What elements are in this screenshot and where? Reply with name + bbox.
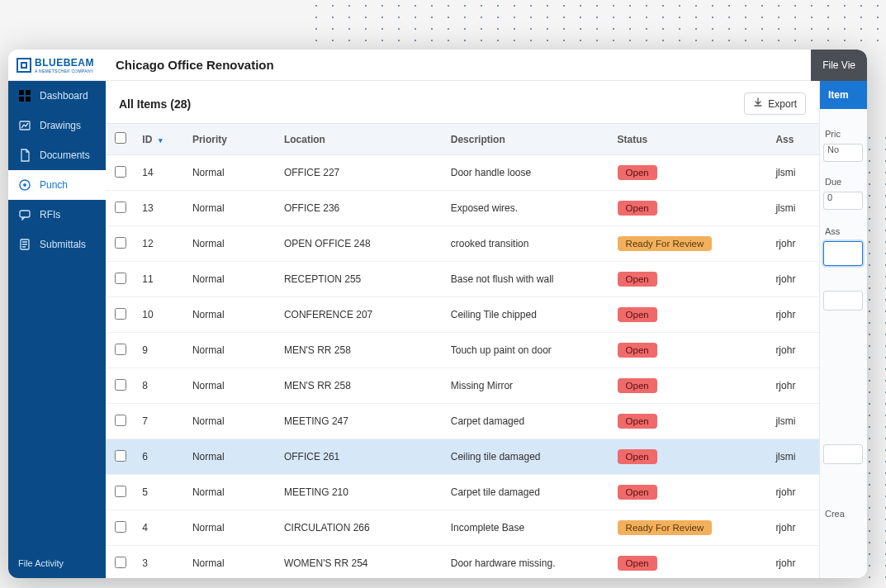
cell-description: Ceiling tile damaged [444, 439, 611, 475]
cell-status: Ready For Review [611, 510, 770, 546]
detail-priority-select[interactable]: No [823, 144, 863, 162]
detail-assignees-label: Ass [825, 226, 840, 236]
row-checkbox[interactable] [115, 344, 126, 355]
cell-status: Open [611, 155, 770, 191]
row-checkbox[interactable] [115, 557, 126, 568]
cell-priority: Normal [186, 439, 277, 475]
detail-field[interactable] [823, 291, 863, 311]
column-header-id[interactable]: ID ▾ [135, 124, 186, 155]
cell-id: 9 [135, 333, 186, 368]
dashboard-icon [18, 89, 31, 102]
column-header-description[interactable]: Description [444, 124, 611, 155]
status-badge[interactable]: Open [618, 272, 657, 287]
status-badge[interactable]: Ready For Review [618, 236, 713, 251]
row-checkbox[interactable] [115, 486, 126, 497]
sidebar-item-rfis[interactable]: RFIs [8, 200, 106, 230]
brand-name: BLUEBEAM [35, 57, 94, 69]
column-header-status[interactable]: Status [611, 124, 770, 155]
table-row[interactable]: 8NormalMEN'S RR 258Missing MirrorOpenrjo… [106, 368, 819, 404]
cell-location: CIRCULATION 266 [277, 510, 444, 546]
sidebar-item-dashboard[interactable]: Dashboard [8, 81, 106, 111]
cell-status: Open [611, 546, 770, 579]
table-row[interactable]: 3NormalWOMEN'S RR 254Door hardware missi… [106, 546, 819, 579]
row-checkbox[interactable] [115, 273, 126, 284]
status-badge[interactable]: Open [618, 414, 657, 429]
cell-priority: Normal [186, 546, 277, 579]
detail-field[interactable] [823, 444, 863, 464]
table-row[interactable]: 6NormalOFFICE 261Ceiling tile damagedOpe… [106, 439, 819, 475]
table-row[interactable]: 5NormalMEETING 210Carpet tile damagedOpe… [106, 475, 819, 510]
column-header-priority[interactable]: Priority [186, 124, 277, 155]
status-badge[interactable]: Open [618, 307, 657, 322]
file-view-button[interactable]: File Vie [811, 50, 867, 81]
row-checkbox[interactable] [115, 308, 126, 320]
row-checkbox[interactable] [115, 450, 126, 462]
table-row[interactable]: 12NormalOPEN OFFICE 248crooked transitio… [106, 226, 819, 262]
detail-assignees-input[interactable] [823, 241, 863, 266]
status-badge[interactable]: Open [618, 165, 657, 180]
cell-status: Ready For Review [611, 226, 770, 262]
row-checkbox[interactable] [115, 237, 126, 249]
status-badge[interactable]: Open [618, 378, 657, 393]
cell-priority: Normal [186, 368, 277, 404]
brand-logo[interactable]: BLUEBEAM A NEMETSCHEK COMPANY [17, 57, 106, 74]
sidebar-item-drawings[interactable]: Drawings [8, 111, 106, 140]
sidebar-item-punch[interactable]: Punch [8, 170, 106, 200]
status-badge[interactable]: Open [618, 201, 657, 216]
table-row[interactable]: 9NormalMEN'S RR 258Touch up paint on doo… [106, 333, 819, 368]
sidebar-item-submittals[interactable]: Submittals [8, 230, 106, 259]
select-all-checkbox[interactable] [115, 132, 126, 144]
detail-due-input[interactable]: 0 [823, 192, 863, 210]
submittals-icon [18, 238, 31, 251]
row-checkbox[interactable] [115, 521, 126, 533]
table-row[interactable]: 4NormalCIRCULATION 266Incomplete BaseRea… [106, 510, 819, 546]
status-badge[interactable]: Open [618, 449, 657, 464]
cell-assignee: rjohr [769, 475, 819, 510]
cell-id: 7 [135, 404, 186, 439]
row-checkbox[interactable] [115, 415, 126, 426]
cell-location: RECEPTION 255 [277, 262, 444, 297]
svg-rect-7 [20, 211, 30, 217]
cell-id: 12 [135, 226, 186, 262]
detail-due-label: Due [825, 177, 841, 187]
punch-icon [18, 178, 31, 192]
cell-location: CONFERENCE 207 [277, 297, 444, 333]
svg-rect-3 [26, 97, 31, 102]
status-badge[interactable]: Open [618, 485, 657, 500]
sidebar-item-label: Documents [40, 149, 90, 161]
download-icon [753, 97, 763, 110]
cell-status: Open [611, 368, 770, 404]
table-row[interactable]: 10NormalCONFERENCE 207Ceiling Tile chipp… [106, 297, 819, 333]
status-badge[interactable]: Open [618, 556, 657, 571]
table-row[interactable]: 13NormalOFFICE 236Exposed wires.Openjlsm… [106, 191, 819, 226]
row-checkbox[interactable] [115, 379, 126, 391]
table-row[interactable]: 14NormalOFFICE 227Door handle looseOpenj… [106, 155, 819, 191]
cell-assignee: rjohr [769, 368, 819, 404]
detail-tab-item[interactable]: Item [820, 81, 867, 109]
detail-priority-label: Pric [825, 129, 841, 139]
column-header-assignees[interactable]: Ass [769, 124, 819, 155]
row-checkbox[interactable] [115, 202, 126, 213]
svg-point-6 [23, 183, 26, 187]
table-row[interactable]: 11NormalRECEPTION 255Base not flush with… [106, 262, 819, 297]
cell-priority: Normal [186, 475, 277, 510]
cell-status: Open [611, 333, 770, 368]
cell-location: OPEN OFFICE 248 [277, 226, 444, 262]
sidebar-file-activity[interactable]: File Activity [8, 548, 106, 578]
cell-id: 8 [135, 368, 186, 404]
export-button[interactable]: Export [744, 92, 806, 115]
app-window: BLUEBEAM A NEMETSCHEK COMPANY Chicago Of… [8, 50, 867, 578]
status-badge[interactable]: Open [618, 343, 657, 358]
detail-created-label: Crea [825, 509, 845, 519]
cell-location: OFFICE 236 [277, 191, 444, 226]
cell-description: Door handle loose [444, 155, 611, 191]
sidebar-item-label: Dashboard [40, 90, 88, 102]
table-row[interactable]: 7NormalMEETING 247Carpet damagedOpenjlsm… [106, 404, 819, 439]
sidebar-item-label: Punch [40, 179, 68, 191]
cell-description: Base not flush with wall [444, 262, 611, 297]
cell-id: 6 [135, 439, 186, 475]
column-header-location[interactable]: Location [277, 124, 444, 155]
row-checkbox[interactable] [115, 166, 126, 178]
sidebar-item-documents[interactable]: Documents [8, 140, 106, 170]
status-badge[interactable]: Ready For Review [618, 520, 713, 535]
